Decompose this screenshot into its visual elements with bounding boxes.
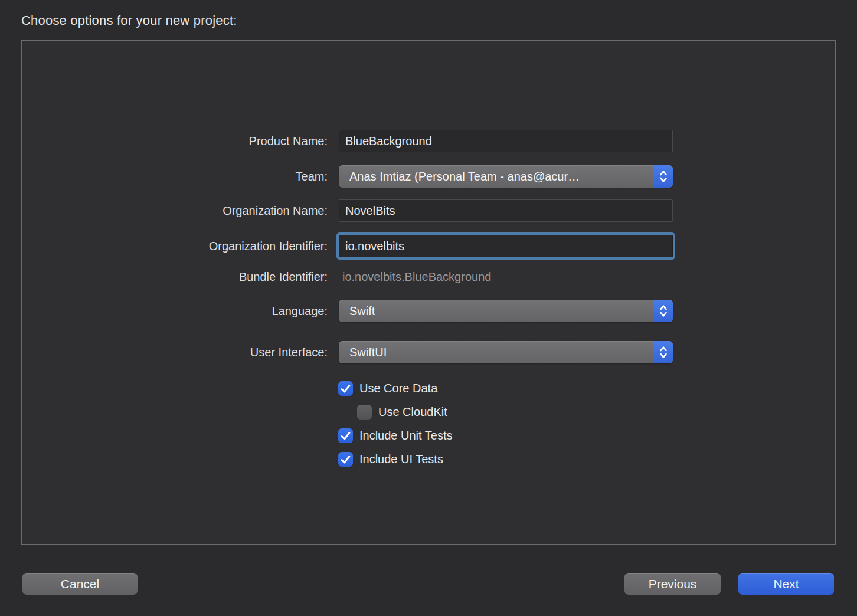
- use-cloudkit-checkbox[interactable]: [357, 405, 372, 420]
- organization-identifier-label: Organization Identifier:: [22, 240, 328, 253]
- bundle-identifier-value: io.novelbits.BlueBackground: [339, 270, 491, 283]
- use-cloudkit-label: Use CloudKit: [378, 405, 447, 419]
- use-core-data-label: Use Core Data: [359, 382, 437, 395]
- sheet-title: Choose options for your new project:: [21, 12, 237, 29]
- use-core-data-row[interactable]: Use Core Data: [338, 381, 437, 396]
- product-name-row: Product Name:: [22, 130, 835, 152]
- organization-identifier-row: Organization Identifier:: [22, 235, 835, 257]
- product-name-label: Product Name:: [22, 135, 328, 148]
- options-panel: Product Name: Team: Anas Imtiaz (Persona…: [21, 40, 836, 545]
- team-popup-value: Anas Imtiaz (Personal Team - anas@acur…: [349, 170, 580, 184]
- previous-button[interactable]: Previous: [624, 573, 721, 595]
- use-core-data-checkbox[interactable]: [338, 381, 353, 396]
- chevron-up-down-icon: [653, 300, 673, 322]
- use-cloudkit-row[interactable]: Use CloudKit: [357, 404, 447, 420]
- organization-name-row: Organization Name:: [22, 199, 835, 222]
- bundle-identifier-label: Bundle Identifier:: [22, 270, 328, 284]
- include-ui-tests-checkbox[interactable]: [338, 452, 353, 467]
- include-unit-tests-checkbox[interactable]: [338, 428, 353, 443]
- organization-name-input[interactable]: [339, 199, 673, 222]
- team-row: Team: Anas Imtiaz (Personal Team - anas@…: [22, 165, 835, 188]
- language-label: Language:: [22, 304, 328, 318]
- include-ui-tests-label: Include UI Tests: [359, 453, 443, 466]
- user-interface-popup[interactable]: SwiftUI: [339, 341, 673, 363]
- include-ui-tests-row[interactable]: Include UI Tests: [338, 451, 443, 467]
- organization-identifier-input[interactable]: [339, 235, 673, 257]
- user-interface-row: User Interface: SwiftUI: [22, 341, 835, 363]
- cancel-button[interactable]: Cancel: [22, 573, 138, 595]
- team-popup[interactable]: Anas Imtiaz (Personal Team - anas@acur…: [339, 165, 673, 188]
- checkmark-icon: [338, 452, 353, 467]
- checkmark-icon: [338, 428, 353, 443]
- include-unit-tests-row[interactable]: Include Unit Tests: [338, 428, 453, 443]
- organization-name-label: Organization Name:: [22, 204, 328, 218]
- team-label: Team:: [22, 170, 328, 184]
- checkmark-icon: [338, 381, 353, 396]
- include-unit-tests-label: Include Unit Tests: [359, 429, 453, 443]
- chevron-up-down-icon: [653, 341, 673, 363]
- chevron-up-down-icon: [653, 165, 673, 188]
- language-row: Language: Swift: [22, 300, 835, 322]
- next-button[interactable]: Next: [738, 573, 834, 595]
- bundle-identifier-row: Bundle Identifier: io.novelbits.BlueBack…: [22, 266, 835, 288]
- language-popup-value: Swift: [349, 304, 375, 318]
- product-name-input[interactable]: [339, 130, 673, 152]
- user-interface-popup-value: SwiftUI: [349, 346, 387, 359]
- user-interface-label: User Interface:: [22, 346, 328, 359]
- language-popup[interactable]: Swift: [339, 300, 673, 322]
